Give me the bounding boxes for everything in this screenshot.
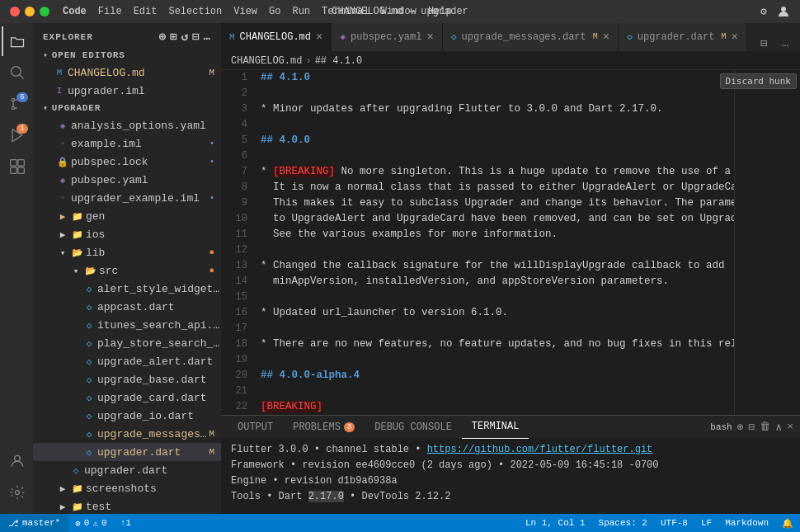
tree-analysis-options-yaml[interactable]: ◈ analysis_options.yaml <box>33 116 221 134</box>
tree-example-iml[interactable]: ◦ example.iml • <box>33 134 221 153</box>
activity-run[interactable]: 1 <box>2 120 31 150</box>
tree-upgrade-base[interactable]: ◇ upgrade_base.dart <box>33 370 221 388</box>
menu-selection[interactable]: Selection <box>168 6 222 17</box>
panel-tab-output[interactable]: OUTPUT <box>228 416 283 439</box>
maximize-panel-icon[interactable]: ∧ <box>775 421 782 434</box>
tab-upgrader-dart-label: upgrader.dart <box>638 31 715 43</box>
open-file-changelog[interactable]: M CHANGELOG.md M <box>33 64 221 82</box>
terminal-label: TERMINAL <box>472 421 520 432</box>
status-errors[interactable]: ⊗ 0 ⚠ 0 <box>68 514 113 532</box>
tree-pubspec-lock[interactable]: 🔒 pubspec.lock • <box>33 153 221 171</box>
menu-edit[interactable]: Edit <box>134 6 158 17</box>
panel-tab-problems[interactable]: PROBLEMS 3 <box>283 416 365 439</box>
breadcrumb-section[interactable]: ## 4.1.0 <box>315 55 363 67</box>
panel-tab-terminal[interactable]: TERMINAL <box>462 416 529 439</box>
close-button[interactable] <box>10 7 20 16</box>
activity-bottom <box>2 446 31 514</box>
code-editor[interactable]: 1234 5678 9101112 13141516 17181920 2122… <box>221 70 800 415</box>
tree-src-folder[interactable]: ▾ 📂 src ● <box>33 261 221 280</box>
collapse-icon[interactable]: ⊟ <box>192 30 200 44</box>
open-file-upgrader-iml[interactable]: I upgrader.iml <box>33 82 221 100</box>
tree-play-store[interactable]: ◇ play_store_search_api.dart <box>33 334 221 352</box>
breadcrumb-file[interactable]: CHANGELOG.md <box>231 55 302 67</box>
tree-upgrade-messages[interactable]: ◇ upgrade_messages.dart M <box>33 425 221 443</box>
status-spaces[interactable]: Spaces: 2 <box>592 514 654 532</box>
status-sync[interactable]: ↑1 <box>114 514 138 532</box>
discard-hunk-button[interactable]: Discard hunk <box>720 73 797 89</box>
tree-upgrader-dart-lib[interactable]: ◇ upgrader.dart <box>33 461 221 479</box>
new-terminal-icon[interactable]: ⊕ <box>737 421 744 434</box>
terminal-content[interactable]: Flutter 3.0.0 • channel stable • https:/… <box>221 439 800 514</box>
status-git-branch[interactable]: ⎇ master* <box>0 514 68 532</box>
tab-upgrader-dart[interactable]: ◇ upgrader.dart M × <box>619 23 747 51</box>
code-content[interactable]: ## 4.1.0 * Minor updates after upgrading… <box>254 70 734 415</box>
status-eol[interactable]: LF <box>694 514 718 532</box>
settings-icon[interactable]: ⚙ <box>757 5 770 18</box>
tree-alert-style-widget[interactable]: ◇ alert_style_widget.dart <box>33 280 221 298</box>
activity-accounts[interactable] <box>2 446 31 476</box>
tree-screenshots[interactable]: ▶ 📁 screenshots <box>33 479 221 497</box>
code-line-7: * [BREAKING] No more singleton. This is … <box>261 164 721 180</box>
tab-pubspec-close[interactable]: × <box>426 31 433 43</box>
dart-icon6: ◇ <box>82 374 96 385</box>
tab-upgrade-messages[interactable]: ◇ upgrade_messages.dart M × <box>443 23 619 51</box>
upgrader-folder-header[interactable]: ▾ UPGRADER <box>33 100 221 116</box>
refresh-icon[interactable]: ↺ <box>181 30 189 44</box>
new-folder-icon[interactable]: ⊞ <box>170 30 177 44</box>
more-actions-icon[interactable]: … <box>204 30 211 44</box>
tree-itunes-search-api[interactable]: ◇ itunes_search_api.dart <box>33 316 221 334</box>
more-actions-btn[interactable]: … <box>777 35 793 51</box>
tab-pubspec-yaml[interactable]: ◈ pubspec.yaml × <box>332 23 442 51</box>
flutter-github-link[interactable]: https://github.com/flutter/flutter.git <box>427 444 653 455</box>
tab-changelog-close[interactable]: × <box>316 31 322 43</box>
kill-terminal-icon[interactable]: 🗑 <box>760 421 770 433</box>
eol-label: LF <box>701 518 712 528</box>
upgrade-io-label: upgrade_io.dart <box>97 410 221 422</box>
minimize-button[interactable] <box>25 7 35 16</box>
encoding-label: UTF-8 <box>661 518 688 528</box>
open-editors-header[interactable]: ▾ Open Editors <box>33 47 221 64</box>
svg-line-2 <box>20 75 24 79</box>
tree-pubspec-yaml[interactable]: ◈ pubspec.yaml <box>33 171 221 189</box>
tree-lib-folder[interactable]: ▾ 📂 lib ● <box>33 243 221 261</box>
tree-upgrader-dart-src[interactable]: ◇ upgrader.dart M <box>33 443 221 461</box>
tree-upgrade-io[interactable]: ◇ upgrade_io.dart <box>33 407 221 425</box>
lock-icon: 🔒 <box>56 157 69 167</box>
status-line-col[interactable]: Ln 1, Col 1 <box>519 514 592 532</box>
svg-rect-8 <box>18 160 25 167</box>
lib-folder-glyph: 📂 <box>71 247 84 258</box>
tree-upgrade-alert[interactable]: ◇ upgrade_alert.dart <box>33 352 221 370</box>
tree-upgrade-card[interactable]: ◇ upgrade_card.dart <box>33 388 221 407</box>
account-icon[interactable] <box>777 5 790 18</box>
split-editor-right-btn[interactable]: ⊟ <box>755 35 772 51</box>
tab-changelog[interactable]: M CHANGELOG.md × <box>221 23 332 51</box>
status-language[interactable]: Markdown <box>718 514 775 532</box>
activity-source-control[interactable]: 6 <box>2 89 31 119</box>
close-panel-icon[interactable]: × <box>787 421 793 433</box>
new-file-icon[interactable]: ⊕ <box>159 30 167 44</box>
activity-extensions[interactable] <box>2 152 31 181</box>
activity-settings[interactable] <box>2 478 31 507</box>
menu-file[interactable]: File <box>98 6 122 17</box>
tree-test[interactable]: ▶ 📁 test <box>33 497 221 514</box>
tree-upgrader-example-iml[interactable]: ◦ upgrader_example.iml • <box>33 189 221 207</box>
tree-appcast[interactable]: ◇ appcast.dart <box>33 298 221 316</box>
status-notifications[interactable]: 🔔 <box>775 514 800 532</box>
tab-upgrader-dart-close[interactable]: × <box>731 31 737 43</box>
tree-gen-folder[interactable]: ▶ 📁 gen <box>33 207 221 225</box>
split-terminal-icon[interactable]: ⊟ <box>749 421 755 434</box>
panel-tab-debug-console[interactable]: DEBUG CONSOLE <box>365 416 462 439</box>
activity-search[interactable] <box>2 58 31 87</box>
maximize-button[interactable] <box>40 7 49 16</box>
menu-view[interactable]: View <box>233 6 257 17</box>
status-encoding[interactable]: UTF-8 <box>654 514 694 532</box>
tree-ios-folder[interactable]: ▶ 📁 ios <box>33 225 221 243</box>
open-editors-chevron: ▾ <box>43 50 49 60</box>
activity-explorer[interactable] <box>2 26 31 56</box>
source-control-badge: 6 <box>16 92 28 102</box>
menu-run[interactable]: Run <box>292 6 310 17</box>
tab-upgrade-msg-close[interactable]: × <box>603 31 609 43</box>
test-icon: 📁 <box>71 501 84 512</box>
menu-code[interactable]: Code <box>63 6 87 17</box>
menu-go[interactable]: Go <box>269 6 280 17</box>
